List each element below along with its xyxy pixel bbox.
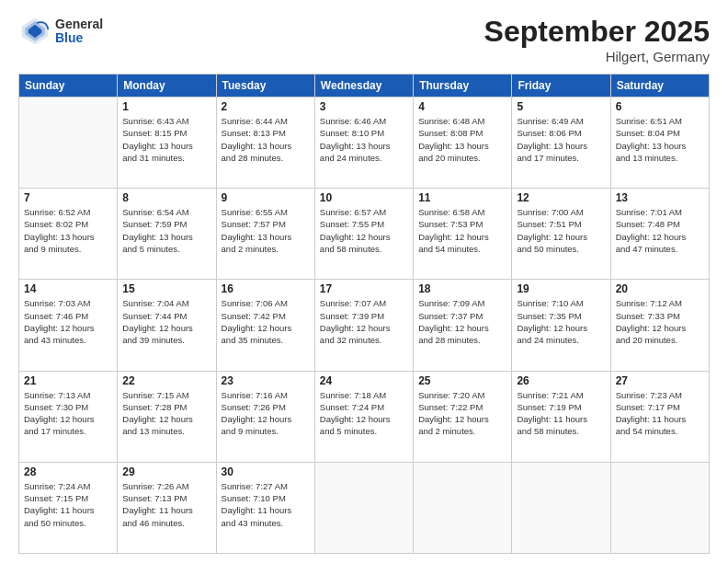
- day-info: Sunrise: 7:26 AM Sunset: 7:13 PM Dayligh…: [122, 480, 210, 529]
- calendar-table: SundayMondayTuesdayWednesdayThursdayFrid…: [18, 74, 710, 554]
- calendar-subtitle: Hilgert, Germany: [484, 49, 710, 64]
- day-number: 28: [24, 465, 112, 478]
- day-info: Sunrise: 7:15 AM Sunset: 7:28 PM Dayligh…: [122, 389, 210, 438]
- calendar-day-cell: 1Sunrise: 6:43 AM Sunset: 8:15 PM Daylig…: [118, 98, 216, 189]
- day-info: Sunrise: 7:23 AM Sunset: 7:17 PM Dayligh…: [616, 389, 704, 438]
- calendar-day-cell: 28Sunrise: 7:24 AM Sunset: 7:15 PM Dayli…: [19, 462, 118, 553]
- day-number: 11: [418, 191, 506, 204]
- day-number: 7: [24, 191, 112, 204]
- calendar-header-cell: Thursday: [414, 75, 512, 98]
- day-number: 22: [122, 374, 210, 387]
- calendar-header-cell: Sunday: [19, 75, 118, 98]
- day-info: Sunrise: 7:10 AM Sunset: 7:35 PM Dayligh…: [517, 297, 605, 346]
- calendar-day-cell: 6Sunrise: 6:51 AM Sunset: 8:04 PM Daylig…: [610, 98, 709, 189]
- calendar-title: September 2025: [484, 15, 710, 49]
- calendar-week-row: 1Sunrise: 6:43 AM Sunset: 8:15 PM Daylig…: [19, 98, 710, 189]
- page: General Blue September 2025 Hilgert, Ger…: [0, 0, 728, 563]
- day-number: 13: [616, 191, 704, 204]
- day-info: Sunrise: 6:49 AM Sunset: 8:06 PM Dayligh…: [517, 115, 605, 164]
- day-number: 12: [517, 191, 605, 204]
- calendar-day-cell: 23Sunrise: 7:16 AM Sunset: 7:26 PM Dayli…: [216, 371, 314, 462]
- calendar-week-row: 28Sunrise: 7:24 AM Sunset: 7:15 PM Dayli…: [19, 462, 710, 553]
- calendar-header-row: SundayMondayTuesdayWednesdayThursdayFrid…: [19, 75, 710, 98]
- day-info: Sunrise: 7:03 AM Sunset: 7:46 PM Dayligh…: [24, 297, 112, 346]
- day-number: 21: [24, 374, 112, 387]
- day-info: Sunrise: 7:24 AM Sunset: 7:15 PM Dayligh…: [24, 480, 112, 529]
- day-number: 18: [418, 282, 506, 295]
- day-info: Sunrise: 7:16 AM Sunset: 7:26 PM Dayligh…: [222, 389, 310, 438]
- day-info: Sunrise: 7:00 AM Sunset: 7:51 PM Dayligh…: [517, 206, 605, 255]
- day-info: Sunrise: 6:48 AM Sunset: 8:08 PM Dayligh…: [418, 115, 506, 164]
- calendar-header-cell: Friday: [512, 75, 610, 98]
- day-number: 27: [616, 374, 704, 387]
- calendar-header-cell: Wednesday: [314, 75, 413, 98]
- calendar-day-cell: 21Sunrise: 7:13 AM Sunset: 7:30 PM Dayli…: [19, 371, 118, 462]
- calendar-day-cell: [414, 462, 512, 553]
- calendar-header-cell: Monday: [118, 75, 216, 98]
- calendar-day-cell: 2Sunrise: 6:44 AM Sunset: 8:13 PM Daylig…: [216, 98, 314, 189]
- calendar-day-cell: 10Sunrise: 6:57 AM Sunset: 7:55 PM Dayli…: [314, 189, 413, 280]
- day-number: 15: [122, 282, 210, 295]
- day-number: 20: [616, 282, 704, 295]
- calendar-day-cell: 20Sunrise: 7:12 AM Sunset: 7:33 PM Dayli…: [610, 280, 709, 371]
- day-info: Sunrise: 7:18 AM Sunset: 7:24 PM Dayligh…: [320, 389, 408, 438]
- logo: General Blue: [18, 15, 103, 48]
- calendar-day-cell: 12Sunrise: 7:00 AM Sunset: 7:51 PM Dayli…: [512, 189, 610, 280]
- day-number: 9: [222, 191, 310, 204]
- calendar-day-cell: 11Sunrise: 6:58 AM Sunset: 7:53 PM Dayli…: [414, 189, 512, 280]
- day-info: Sunrise: 7:21 AM Sunset: 7:19 PM Dayligh…: [517, 389, 605, 438]
- calendar-day-cell: 9Sunrise: 6:55 AM Sunset: 7:57 PM Daylig…: [216, 189, 314, 280]
- calendar-week-row: 14Sunrise: 7:03 AM Sunset: 7:46 PM Dayli…: [19, 280, 710, 371]
- calendar-body: 1Sunrise: 6:43 AM Sunset: 8:15 PM Daylig…: [19, 98, 710, 554]
- calendar-header-cell: Saturday: [610, 75, 709, 98]
- calendar-day-cell: 27Sunrise: 7:23 AM Sunset: 7:17 PM Dayli…: [610, 371, 709, 462]
- day-info: Sunrise: 7:01 AM Sunset: 7:48 PM Dayligh…: [616, 206, 704, 255]
- calendar-day-cell: 13Sunrise: 7:01 AM Sunset: 7:48 PM Dayli…: [610, 189, 709, 280]
- day-number: 1: [122, 100, 210, 113]
- calendar-day-cell: 5Sunrise: 6:49 AM Sunset: 8:06 PM Daylig…: [512, 98, 610, 189]
- day-number: 10: [320, 191, 408, 204]
- day-number: 25: [418, 374, 506, 387]
- day-number: 24: [320, 374, 408, 387]
- day-number: 4: [418, 100, 506, 113]
- title-block: September 2025 Hilgert, Germany: [484, 15, 710, 64]
- calendar-day-cell: 18Sunrise: 7:09 AM Sunset: 7:37 PM Dayli…: [414, 280, 512, 371]
- calendar-day-cell: [610, 462, 709, 553]
- day-info: Sunrise: 6:43 AM Sunset: 8:15 PM Dayligh…: [122, 115, 210, 164]
- logo-general-text: General: [55, 17, 103, 31]
- calendar-day-cell: 15Sunrise: 7:04 AM Sunset: 7:44 PM Dayli…: [118, 280, 216, 371]
- calendar-day-cell: 19Sunrise: 7:10 AM Sunset: 7:35 PM Dayli…: [512, 280, 610, 371]
- day-number: 30: [222, 465, 310, 478]
- calendar-day-cell: 7Sunrise: 6:52 AM Sunset: 8:02 PM Daylig…: [19, 189, 118, 280]
- calendar-day-cell: 14Sunrise: 7:03 AM Sunset: 7:46 PM Dayli…: [19, 280, 118, 371]
- day-info: Sunrise: 7:27 AM Sunset: 7:10 PM Dayligh…: [222, 480, 310, 529]
- calendar-day-cell: 4Sunrise: 6:48 AM Sunset: 8:08 PM Daylig…: [414, 98, 512, 189]
- calendar-day-cell: 26Sunrise: 7:21 AM Sunset: 7:19 PM Dayli…: [512, 371, 610, 462]
- day-info: Sunrise: 6:54 AM Sunset: 7:59 PM Dayligh…: [122, 206, 210, 255]
- calendar-day-cell: [19, 98, 118, 189]
- calendar-day-cell: 25Sunrise: 7:20 AM Sunset: 7:22 PM Dayli…: [414, 371, 512, 462]
- day-info: Sunrise: 6:44 AM Sunset: 8:13 PM Dayligh…: [222, 115, 310, 164]
- calendar-day-cell: 17Sunrise: 7:07 AM Sunset: 7:39 PM Dayli…: [314, 280, 413, 371]
- day-number: 6: [616, 100, 704, 113]
- calendar-day-cell: 30Sunrise: 7:27 AM Sunset: 7:10 PM Dayli…: [216, 462, 314, 553]
- calendar-week-row: 21Sunrise: 7:13 AM Sunset: 7:30 PM Dayli…: [19, 371, 710, 462]
- calendar-day-cell: 24Sunrise: 7:18 AM Sunset: 7:24 PM Dayli…: [314, 371, 413, 462]
- day-number: 19: [517, 282, 605, 295]
- day-info: Sunrise: 6:51 AM Sunset: 8:04 PM Dayligh…: [616, 115, 704, 164]
- day-info: Sunrise: 6:57 AM Sunset: 7:55 PM Dayligh…: [320, 206, 408, 255]
- day-info: Sunrise: 7:07 AM Sunset: 7:39 PM Dayligh…: [320, 297, 408, 346]
- calendar-day-cell: 3Sunrise: 6:46 AM Sunset: 8:10 PM Daylig…: [314, 98, 413, 189]
- day-number: 17: [320, 282, 408, 295]
- day-info: Sunrise: 7:04 AM Sunset: 7:44 PM Dayligh…: [122, 297, 210, 346]
- day-number: 26: [517, 374, 605, 387]
- day-number: 5: [517, 100, 605, 113]
- calendar-day-cell: 8Sunrise: 6:54 AM Sunset: 7:59 PM Daylig…: [118, 189, 216, 280]
- calendar-day-cell: 29Sunrise: 7:26 AM Sunset: 7:13 PM Dayli…: [118, 462, 216, 553]
- day-info: Sunrise: 6:58 AM Sunset: 7:53 PM Dayligh…: [418, 206, 506, 255]
- logo-blue-text: Blue: [55, 31, 103, 45]
- calendar-day-cell: 16Sunrise: 7:06 AM Sunset: 7:42 PM Dayli…: [216, 280, 314, 371]
- day-info: Sunrise: 7:06 AM Sunset: 7:42 PM Dayligh…: [222, 297, 310, 346]
- logo-text: General Blue: [55, 17, 103, 46]
- day-number: 16: [222, 282, 310, 295]
